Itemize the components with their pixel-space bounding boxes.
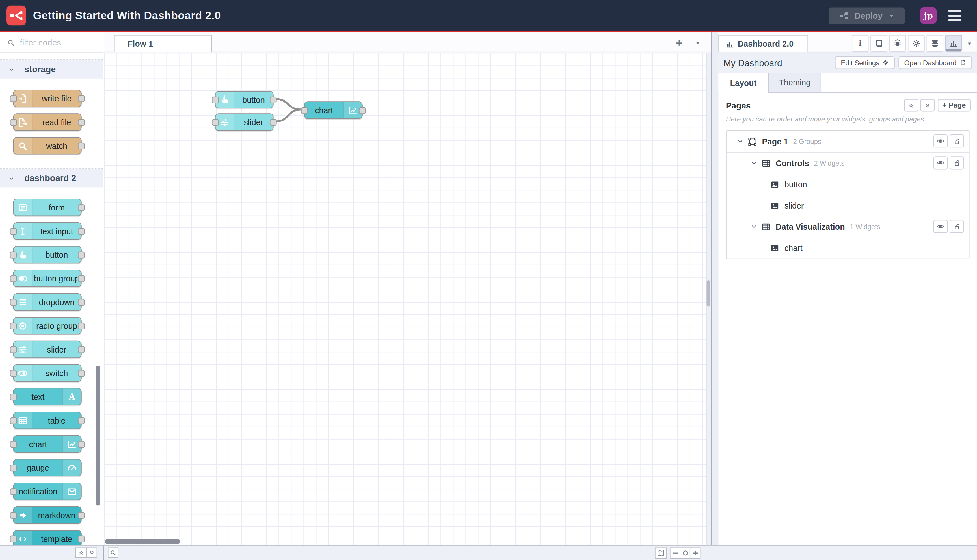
cv-node-button[interactable]: button	[215, 91, 273, 108]
input-port[interactable]	[10, 440, 17, 447]
collapse-toggle[interactable]	[737, 138, 744, 145]
pal-node-gauge[interactable]: gauge	[13, 459, 82, 477]
output-port[interactable]	[78, 251, 85, 258]
output-port[interactable]	[78, 322, 85, 329]
pal-node-template[interactable]: template	[13, 530, 82, 545]
zoom-reset-button[interactable]	[680, 547, 690, 558]
palette-category-header-dashboard-2[interactable]: dashboard 2	[0, 169, 103, 187]
visibility-toggle-button[interactable]	[934, 135, 948, 147]
sidebar-tool-book-button[interactable]	[870, 35, 887, 52]
lock-toggle-button[interactable]	[950, 220, 964, 233]
visibility-toggle-button[interactable]	[934, 220, 948, 233]
flow-canvas[interactable]: buttonsliderchart	[104, 53, 711, 545]
wire-button-to-chart[interactable]	[276, 99, 301, 109]
input-port[interactable]	[10, 346, 17, 353]
pal-node-text[interactable]: textA	[13, 388, 82, 405]
input-port[interactable]	[10, 417, 17, 424]
pal-node-form[interactable]: form	[13, 198, 82, 216]
pal-node-radio-group[interactable]: radio group	[13, 317, 82, 335]
input-port[interactable]	[10, 512, 17, 518]
visibility-toggle-button[interactable]	[934, 156, 948, 169]
input-port[interactable]	[10, 119, 17, 125]
canvas-horizontal-scrollbar-thumb[interactable]	[105, 539, 180, 543]
lock-toggle-button[interactable]	[950, 156, 964, 169]
output-port[interactable]	[78, 228, 85, 235]
input-port[interactable]	[10, 228, 17, 235]
open-dashboard-button[interactable]: Open Dashboard	[899, 56, 972, 69]
input-port[interactable]	[10, 95, 17, 102]
sidebar-tool-info-button[interactable]: i	[852, 35, 869, 52]
output-port[interactable]	[78, 298, 85, 305]
output-port[interactable]	[78, 440, 85, 447]
filter-nodes-input[interactable]	[18, 37, 90, 47]
navigator-toggle-button[interactable]	[655, 547, 666, 558]
pal-node-notification[interactable]: notification	[13, 483, 82, 500]
input-port[interactable]	[212, 119, 219, 125]
flow-list-caret-button[interactable]	[692, 37, 704, 48]
palette-scroll-down-button[interactable]	[86, 547, 97, 558]
input-port[interactable]	[10, 275, 17, 282]
zoom-out-button[interactable]	[670, 547, 680, 558]
palette-category-header-storage[interactable]: storage	[0, 60, 103, 78]
output-port[interactable]	[78, 512, 85, 518]
output-port[interactable]	[78, 142, 85, 149]
pal-node-dropdown[interactable]: dropdown	[13, 293, 82, 311]
input-port[interactable]	[10, 298, 17, 305]
add-page-button[interactable]: + Page	[937, 99, 971, 111]
tree-row-button[interactable]: button	[726, 174, 969, 195]
output-port[interactable]	[359, 107, 366, 113]
collapse-toggle[interactable]	[750, 223, 758, 230]
input-port[interactable]	[10, 464, 17, 471]
sidebar-options-caret-button[interactable]	[965, 35, 974, 52]
lock-toggle-button[interactable]	[950, 135, 964, 147]
output-port[interactable]	[270, 119, 277, 125]
pal-node-text-input[interactable]: text input	[13, 222, 82, 240]
zoom-in-button[interactable]	[690, 547, 700, 558]
input-port[interactable]	[10, 322, 17, 329]
edit-settings-button[interactable]: Edit Settings	[835, 56, 895, 69]
output-port[interactable]	[78, 95, 85, 102]
pal-node-watch[interactable]: watch	[13, 137, 82, 155]
cv-node-slider[interactable]: slider	[215, 113, 273, 131]
input-port[interactable]	[301, 107, 308, 113]
output-port[interactable]	[78, 370, 85, 377]
input-port[interactable]	[10, 488, 17, 495]
collapse-toggle[interactable]	[750, 159, 758, 167]
tree-row-page-1[interactable]: Page 12 Groups	[726, 131, 969, 153]
tab-flow-1[interactable]: Flow 1	[114, 35, 212, 52]
pal-node-switch[interactable]: switch	[13, 364, 82, 382]
output-port[interactable]	[78, 346, 85, 353]
tab-theming[interactable]: Theming	[769, 73, 821, 92]
input-port[interactable]	[10, 393, 17, 400]
deploy-options-caret-icon[interactable]	[888, 12, 894, 19]
tree-row-slider[interactable]: slider	[726, 195, 969, 216]
input-port[interactable]	[212, 97, 219, 103]
pal-node-write-file[interactable]: write file	[13, 90, 82, 107]
pal-node-read-file[interactable]: read file	[13, 113, 82, 131]
pal-node-button[interactable]: button	[13, 246, 82, 263]
output-port[interactable]	[78, 119, 85, 125]
input-port[interactable]	[10, 535, 17, 542]
sidebar-tool-bug-button[interactable]	[889, 35, 906, 52]
add-flow-button[interactable]	[673, 37, 685, 48]
canvas-vertical-scrollbar-thumb[interactable]	[706, 280, 710, 307]
output-port[interactable]	[78, 535, 85, 542]
sidebar-resize-handle[interactable]	[711, 32, 718, 545]
tab-dashboard-2[interactable]: Dashboard 2.0	[718, 35, 808, 52]
input-port[interactable]	[10, 370, 17, 377]
tree-row-controls[interactable]: Controls2 Widgets	[726, 153, 969, 174]
pal-node-button-group[interactable]: button group	[13, 270, 82, 287]
sidebar-tool-layers-button[interactable]	[926, 35, 944, 52]
tab-layout[interactable]: Layout	[718, 73, 769, 93]
input-port[interactable]	[10, 251, 17, 258]
pal-node-table[interactable]: table	[13, 412, 82, 429]
deploy-button[interactable]: Deploy	[828, 7, 905, 24]
tree-row-data-visualization[interactable]: Data Visualization1 Widgets	[726, 216, 969, 237]
user-avatar[interactable]: jp	[920, 7, 937, 24]
search-flows-button[interactable]	[108, 547, 118, 558]
pal-node-slider[interactable]: slider	[13, 341, 82, 358]
sidebar-tool-bar-chart-button[interactable]	[945, 35, 962, 52]
tree-row-chart[interactable]: chart	[726, 237, 969, 258]
pal-node-markdown[interactable]: markdown	[13, 506, 82, 524]
output-port[interactable]	[78, 275, 85, 282]
